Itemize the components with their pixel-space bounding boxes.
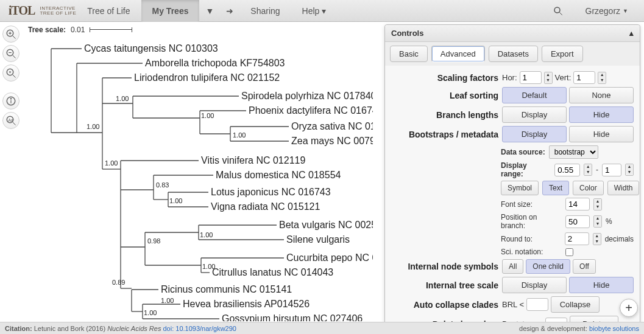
roundto-stepper[interactable]: ▲▼ xyxy=(593,233,601,245)
fontsize-input[interactable] xyxy=(565,198,590,210)
footer: Citation: Letunic and Bork (2016) Nuclei… xyxy=(0,322,644,334)
posbranch-input[interactable] xyxy=(565,215,590,228)
range-lo-stepper[interactable]: ▲▼ xyxy=(584,164,592,176)
svg-text:Beta vulgaris NC 00251: Beta vulgaris NC 00251 xyxy=(279,220,373,230)
hor-stepper[interactable]: ▲▼ xyxy=(544,72,553,84)
zoom-out-icon[interactable] xyxy=(2,45,19,62)
display-range-label: Display range: xyxy=(501,161,551,178)
intsym-all-button[interactable]: All xyxy=(502,259,523,274)
svg-text:Zea mays NC 00798: Zea mays NC 00798 xyxy=(291,136,373,146)
svg-text:Phoenix dactylifera NC 016740: Phoenix dactylifera NC 016740 xyxy=(249,105,373,116)
tab-advanced[interactable]: Advanced xyxy=(431,46,485,62)
data-source-label: Data source: xyxy=(501,148,545,156)
svg-text:0.98: 0.98 xyxy=(147,237,160,245)
zoom-fit-icon[interactable] xyxy=(2,64,19,82)
svg-text:1.00: 1.00 xyxy=(116,95,129,102)
svg-text:Gossypium hirsutum NC 027406: Gossypium hirsutum NC 027406 xyxy=(222,313,363,321)
disp-color-button[interactable]: Color xyxy=(573,181,604,195)
svg-text:Aa: Aa xyxy=(9,118,14,122)
disp-text-button[interactable]: Text xyxy=(542,181,569,195)
collapse-button[interactable]: Collapse xyxy=(551,296,600,313)
posbranch-label: Position on branch: xyxy=(501,213,562,230)
svg-text:Lotus japonicus NC 016743: Lotus japonicus NC 016743 xyxy=(211,187,331,197)
boot-display-button[interactable]: Display xyxy=(502,126,567,142)
user-menu[interactable]: Grzegorz▼ xyxy=(575,0,640,22)
branch-lengths-label: Branch lengths xyxy=(391,110,498,120)
svg-text:Cucurbita pepo NC 0: Cucurbita pepo NC 0 xyxy=(286,252,373,263)
range-lo-input[interactable] xyxy=(554,164,580,176)
doi-link[interactable]: doi: 10.1093/nar/gkw290 xyxy=(163,325,236,332)
brl-input[interactable] xyxy=(526,298,548,311)
zoom-in-icon[interactable] xyxy=(2,26,19,43)
intsym-off-button[interactable]: Off xyxy=(573,259,596,274)
svg-line-10 xyxy=(13,75,16,78)
svg-line-3 xyxy=(13,36,16,39)
svg-text:Liriodendron tulipifera NC 021: Liriodendron tulipifera NC 021152 xyxy=(134,72,280,83)
vert-scale-input[interactable] xyxy=(573,71,595,84)
tab-export[interactable]: Export xyxy=(542,46,583,62)
svg-text:1.00: 1.00 xyxy=(144,309,157,316)
scinot-label: Sci. notation: xyxy=(501,248,562,256)
hor-scale-input[interactable] xyxy=(520,71,542,84)
logo-subtitle: InteractiveTree Of Life xyxy=(40,6,76,16)
leafsort-none-button[interactable]: None xyxy=(569,87,634,103)
scinot-checkbox[interactable] xyxy=(565,248,573,256)
svg-text:1.00: 1.00 xyxy=(201,112,214,119)
nav-help[interactable]: Help ▾ xyxy=(291,0,338,22)
bootstraps-label: Bootstraps / metadata xyxy=(391,130,498,139)
nav-sharing[interactable]: Sharing xyxy=(239,0,291,22)
svg-text:Malus domestica NC 018554: Malus domestica NC 018554 xyxy=(216,170,341,180)
roundto-input[interactable] xyxy=(565,232,589,245)
add-fab-icon[interactable]: + xyxy=(620,299,638,317)
intsym-onechild-button[interactable]: One child xyxy=(526,259,570,274)
credit-link[interactable]: biobyte solutions xyxy=(589,325,639,332)
scale-bar-icon xyxy=(90,27,132,32)
info-icon[interactable] xyxy=(2,92,19,110)
svg-text:Hevea brasiliensis AP014526: Hevea brasiliensis AP014526 xyxy=(183,299,310,309)
intscale-display-button[interactable]: Display xyxy=(502,277,567,293)
nav-tree-of-life[interactable]: Tree of Life xyxy=(76,0,141,22)
svg-text:1.00: 1.00 xyxy=(202,263,215,270)
font-icon[interactable]: Aa xyxy=(2,112,19,129)
svg-text:1.00: 1.00 xyxy=(87,123,99,130)
controls-panel: Controls ▴ Basic Advanced Datasets Expor… xyxy=(384,24,640,328)
chevron-up-icon[interactable]: ▴ xyxy=(629,29,634,38)
nav-dropdown-icon[interactable]: ▼ xyxy=(199,0,220,22)
leaf-sorting-label: Leaf sorting xyxy=(391,91,498,100)
boot-hide-button[interactable]: Hide xyxy=(569,126,634,142)
svg-text:Oryza sativa NC 0110: Oryza sativa NC 0110 xyxy=(291,121,373,131)
nav-forward-icon[interactable]: ➜ xyxy=(220,0,239,22)
disp-symbol-button[interactable]: Symbol xyxy=(501,181,539,195)
svg-text:0.83: 0.83 xyxy=(156,181,169,189)
svg-line-7 xyxy=(13,55,16,58)
leafsort-default-button[interactable]: Default xyxy=(502,87,567,103)
fontsize-label: Font size: xyxy=(501,200,562,209)
controls-header[interactable]: Controls ▴ xyxy=(385,25,640,42)
svg-text:1.00: 1.00 xyxy=(169,197,182,204)
tab-basic[interactable]: Basic xyxy=(390,46,428,62)
svg-text:Citrullus lanatus NC 014043: Citrullus lanatus NC 014043 xyxy=(212,267,333,277)
nav-my-trees[interactable]: My Trees xyxy=(141,0,200,22)
search-icon[interactable] xyxy=(542,0,575,22)
svg-text:Silene vulgaris: Silene vulgaris xyxy=(286,234,350,245)
svg-text:Vitis vinifera NC 012119: Vitis vinifera NC 012119 xyxy=(201,155,305,165)
scaling-label: Scaling factors xyxy=(391,73,498,83)
tab-datasets[interactable]: Datasets xyxy=(489,46,538,62)
vert-stepper[interactable]: ▲▼ xyxy=(598,72,606,84)
svg-text:Cycas taitungensis NC 010303: Cycas taitungensis NC 010303 xyxy=(84,43,218,54)
range-hi-stepper[interactable]: ▲▼ xyxy=(625,164,634,176)
range-hi-input[interactable] xyxy=(602,164,621,176)
brlen-display-button[interactable]: Display xyxy=(502,106,567,123)
intscale-hide-button[interactable]: Hide xyxy=(569,277,634,293)
brlen-hide-button[interactable]: Hide xyxy=(569,106,634,123)
phylo-tree[interactable]: Cycas taitungensis NC 010303Amborella tr… xyxy=(23,35,373,321)
disp-width-button[interactable]: Width xyxy=(607,181,640,195)
fontsize-stepper[interactable]: ▲▼ xyxy=(593,198,602,210)
svg-text:Ricinus communis NC 015141: Ricinus communis NC 015141 xyxy=(161,284,292,294)
autocol-label: Auto collapse clades xyxy=(391,300,498,310)
intscale-label: Internal tree scale xyxy=(391,280,498,290)
svg-text:1.00: 1.00 xyxy=(161,297,174,304)
data-source-select[interactable]: bootstrap xyxy=(549,145,598,159)
posbranch-stepper[interactable]: ▲▼ xyxy=(593,215,602,228)
tree-view[interactable]: Tree scale: 0.01 Cycas taitungensis NC 0… xyxy=(23,24,373,322)
